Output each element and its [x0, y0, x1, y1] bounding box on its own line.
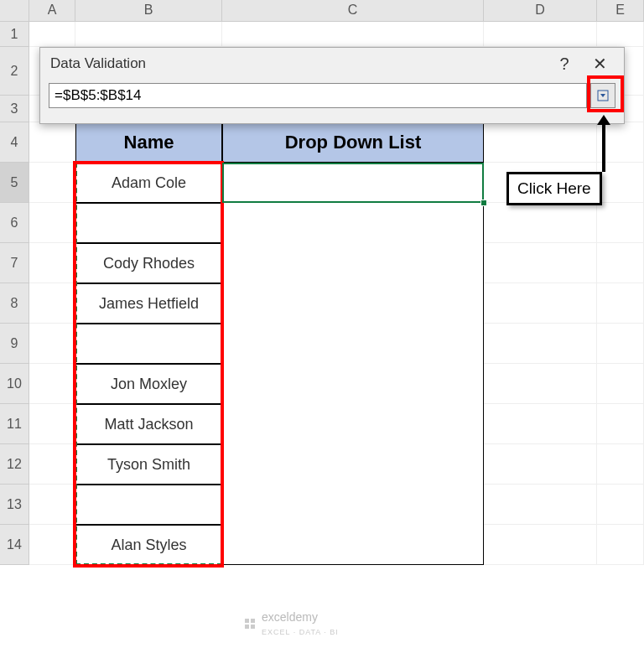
cell-C11[interactable] — [222, 404, 484, 444]
cell-D7[interactable] — [484, 243, 597, 283]
expand-down-icon — [597, 90, 609, 101]
cell-C1[interactable] — [222, 22, 484, 47]
cell-B12[interactable]: Tyson Smith — [75, 444, 222, 485]
cell-A13[interactable] — [29, 485, 75, 525]
cell-C12[interactable] — [222, 444, 484, 485]
cell-E10[interactable] — [597, 364, 644, 404]
cell-D13[interactable] — [484, 485, 597, 525]
watermark-sub: EXCEL · DATA · BI — [262, 628, 339, 636]
column-headers: A B C D E — [0, 0, 644, 22]
cell-A5[interactable] — [29, 163, 75, 203]
cell-A6[interactable] — [29, 203, 75, 243]
cell-C5[interactable] — [222, 163, 484, 203]
cell-D12[interactable] — [484, 444, 597, 485]
row-header-3[interactable]: 3 — [0, 96, 29, 122]
cell-A9[interactable] — [29, 324, 75, 364]
cell-E11[interactable] — [597, 404, 644, 444]
row-header-9[interactable]: 9 — [0, 324, 29, 364]
cell-C9[interactable] — [222, 324, 484, 364]
cell-D6[interactable] — [484, 203, 597, 243]
watermark-icon — [243, 617, 257, 630]
watermark: exceldemy EXCEL · DATA · BI — [243, 610, 339, 637]
cell-E13[interactable] — [597, 485, 644, 525]
cell-C7[interactable] — [222, 243, 484, 283]
cell-C13[interactable] — [222, 485, 484, 525]
watermark-name: exceldemy — [262, 610, 318, 624]
row-header-12[interactable]: 12 — [0, 444, 29, 485]
cell-E1[interactable] — [597, 22, 644, 47]
row-header-7[interactable]: 7 — [0, 243, 29, 283]
col-header-B[interactable]: B — [75, 0, 222, 21]
cell-B5[interactable]: Adam Cole — [75, 163, 222, 203]
row-header-8[interactable]: 8 — [0, 283, 29, 324]
select-all-corner[interactable] — [0, 0, 29, 21]
header-name[interactable]: Name — [75, 122, 222, 163]
cell-B6[interactable] — [75, 203, 222, 243]
cell-A12[interactable] — [29, 444, 75, 485]
cell-D14[interactable] — [484, 525, 597, 565]
cell-B11[interactable]: Matt Jackson — [75, 404, 222, 444]
cell-A14[interactable] — [29, 525, 75, 565]
col-header-E[interactable]: E — [597, 0, 644, 21]
cell-D9[interactable] — [484, 324, 597, 364]
col-header-C[interactable]: C — [222, 0, 484, 21]
cell-B1[interactable] — [75, 22, 222, 47]
cell-C8[interactable] — [222, 283, 484, 324]
cell-D8[interactable] — [484, 283, 597, 324]
cell-D11[interactable] — [484, 404, 597, 444]
row-header-13[interactable]: 13 — [0, 485, 29, 525]
cell-C14[interactable] — [222, 525, 484, 565]
dialog-title: Data Validation — [50, 55, 547, 72]
cell-A7[interactable] — [29, 243, 75, 283]
cell-E14[interactable] — [597, 525, 644, 565]
row-header-5[interactable]: 5 — [0, 163, 29, 203]
row-header-14[interactable]: 14 — [0, 525, 29, 565]
spreadsheet-grid: A B C D E 1 2 Data Validation List in ex… — [0, 0, 644, 648]
row-header-10[interactable]: 10 — [0, 364, 29, 404]
row-header-11[interactable]: 11 — [0, 404, 29, 444]
cell-A4[interactable] — [29, 122, 75, 163]
cell-B14[interactable]: Alan Styles — [75, 525, 222, 565]
cell-D10[interactable] — [484, 364, 597, 404]
cell-C6[interactable] — [222, 203, 484, 243]
cell-A8[interactable] — [29, 283, 75, 324]
row-header-4[interactable]: 4 — [0, 122, 29, 163]
col-header-D[interactable]: D — [484, 0, 597, 21]
fill-handle[interactable] — [480, 200, 487, 206]
cell-A11[interactable] — [29, 404, 75, 444]
cell-C10[interactable] — [222, 364, 484, 404]
cell-D4[interactable] — [484, 122, 597, 163]
cell-B8[interactable]: James Hetfield — [75, 283, 222, 324]
click-here-callout: Click Here — [506, 172, 602, 205]
cell-B9[interactable] — [75, 324, 222, 364]
source-range-input[interactable] — [49, 83, 587, 108]
cell-D1[interactable] — [484, 22, 597, 47]
cell-E12[interactable] — [597, 444, 644, 485]
row-header-2[interactable]: 2 — [0, 47, 29, 96]
col-header-A[interactable]: A — [29, 0, 75, 21]
row-header-1[interactable]: 1 — [0, 22, 29, 47]
dialog-help-button[interactable]: ? — [547, 54, 582, 74]
cell-A10[interactable] — [29, 364, 75, 404]
header-dropdown[interactable]: Drop Down List — [222, 122, 484, 163]
data-validation-dialog: Data Validation ? ✕ — [39, 47, 625, 124]
annotation-arrow — [587, 113, 621, 176]
cell-E6[interactable] — [597, 203, 644, 243]
dialog-close-button[interactable]: ✕ — [582, 54, 617, 74]
cell-E9[interactable] — [597, 324, 644, 364]
cell-E7[interactable] — [597, 243, 644, 283]
expand-dialog-button[interactable] — [590, 83, 615, 108]
callout-text: Click Here — [506, 172, 602, 205]
cell-B10[interactable]: Jon Moxley — [75, 364, 222, 404]
cell-B7[interactable]: Cody Rhodes — [75, 243, 222, 283]
row-header-6[interactable]: 6 — [0, 203, 29, 243]
cell-A1[interactable] — [29, 22, 75, 47]
cell-B13[interactable] — [75, 485, 222, 525]
cell-E8[interactable] — [597, 283, 644, 324]
